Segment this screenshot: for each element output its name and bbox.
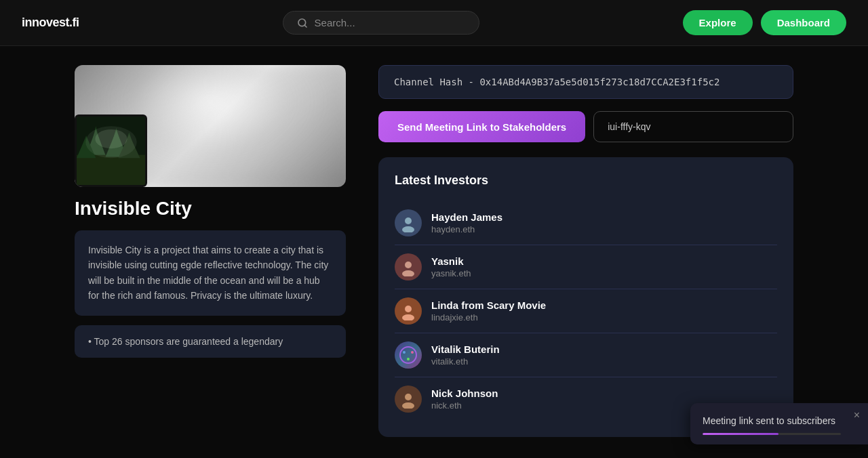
- investor-eth: yasnik.eth: [431, 268, 471, 278]
- project-description: Invisible City is a project that aims to…: [75, 230, 346, 316]
- svg-point-23: [405, 394, 412, 400]
- channel-hash-bar: Channel Hash - 0x14ABd4A9B37a5e5d015f273…: [378, 65, 793, 99]
- avatar: [395, 209, 422, 236]
- svg-point-19: [400, 347, 416, 363]
- svg-point-13: [405, 217, 412, 224]
- project-thumbnail: [75, 114, 147, 187]
- investors-section-title: Latest Investors: [395, 173, 777, 188]
- nav-buttons: Explore Dashboard: [683, 10, 846, 35]
- avatar: [395, 341, 422, 369]
- project-sponsors: • Top 26 sponsors are guaranteed a legen…: [75, 325, 346, 358]
- toast-close-button[interactable]: ×: [854, 410, 860, 421]
- logo: innovest.fi: [22, 16, 79, 30]
- send-meeting-button[interactable]: Send Meeting Link to Stakeholders: [378, 111, 585, 142]
- hero-image: [75, 65, 346, 187]
- right-panel: Channel Hash - 0x14ABd4A9B37a5e5d015f273…: [378, 65, 793, 439]
- svg-point-20: [403, 351, 406, 354]
- investor-name: Yasnik: [431, 255, 471, 267]
- svg-point-16: [402, 270, 414, 276]
- investor-info: Yasnik yasnik.eth: [431, 255, 471, 278]
- svg-point-14: [402, 226, 414, 232]
- svg-line-1: [304, 25, 307, 27]
- toast-message: Meeting link sent to subscribers: [703, 415, 841, 426]
- investor-name: Linda from Scary Movie: [431, 299, 546, 311]
- svg-point-18: [402, 314, 414, 320]
- investor-row: Vitalik Buterin vitalik.eth: [395, 333, 777, 377]
- left-panel: Invisible City Invisible City is a proje…: [75, 65, 346, 439]
- avatar: [395, 253, 422, 280]
- investor-name: Vitalik Buterin: [431, 344, 500, 355]
- investor-eth: nick.eth: [431, 400, 498, 411]
- toast-progress-bar: [703, 433, 778, 435]
- action-row: Send Meeting Link to Stakeholders: [378, 111, 793, 142]
- investor-row: Linda from Scary Movie lindajxie.eth: [395, 289, 777, 333]
- investor-info: Nick Johnson nick.eth: [431, 388, 498, 411]
- dashboard-button[interactable]: Dashboard: [761, 10, 846, 35]
- investor-eth: lindajxie.eth: [431, 312, 546, 322]
- project-title: Invisible City: [75, 198, 346, 220]
- avatar: [395, 386, 422, 413]
- investor-row: Yasnik yasnik.eth: [395, 245, 777, 289]
- search-input[interactable]: [315, 17, 465, 28]
- search-bar[interactable]: [283, 11, 479, 35]
- investor-info: Hayden James hayden.eth: [431, 211, 502, 234]
- investor-info: Linda from Scary Movie lindajxie.eth: [431, 299, 546, 322]
- svg-rect-3: [77, 155, 145, 185]
- toast-progress-bar-container: [703, 433, 841, 435]
- svg-point-12: [95, 129, 127, 148]
- investors-card: Latest Investors Hayden James hayden.eth: [378, 157, 793, 437]
- investor-name: Hayden James: [431, 211, 502, 223]
- forest-image: [77, 117, 145, 185]
- investor-row: Hayden James hayden.eth: [395, 201, 777, 245]
- investor-eth: vitalik.eth: [431, 356, 500, 367]
- explore-button[interactable]: Explore: [683, 10, 753, 35]
- navbar: innovest.fi Explore Dashboard: [0, 0, 868, 46]
- main-content: Invisible City Invisible City is a proje…: [0, 46, 868, 458]
- investor-eth: hayden.eth: [431, 224, 502, 234]
- svg-point-24: [402, 402, 414, 409]
- svg-point-22: [407, 358, 410, 360]
- svg-point-21: [411, 351, 414, 354]
- investor-info: Vitalik Buterin vitalik.eth: [431, 344, 500, 367]
- svg-point-17: [405, 306, 412, 312]
- investor-name: Nick Johnson: [431, 388, 498, 399]
- avatar: [395, 297, 422, 325]
- svg-point-15: [405, 262, 412, 268]
- toast-notification: × Meeting link sent to subscribers: [690, 403, 868, 444]
- search-icon: [297, 18, 308, 28]
- meeting-link-input[interactable]: [593, 111, 793, 142]
